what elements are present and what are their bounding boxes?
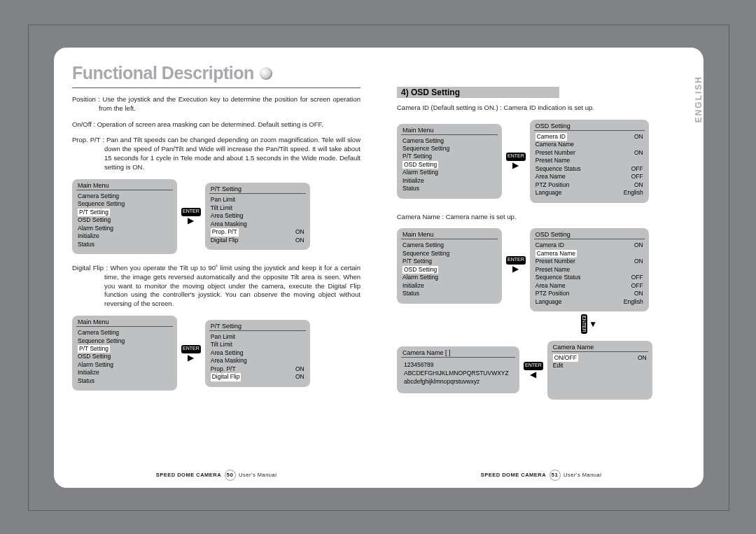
pt-setting-title: P/T Setting	[209, 185, 306, 194]
footer-left: SPEED DOME CAMERA 50 User's Manual	[54, 470, 379, 481]
arrow-connector-left: ENTER ◀	[524, 362, 543, 379]
list-item: Area Setting	[211, 349, 304, 357]
menu-pair-flip: Main Menu Camera Setting Sequence Settin…	[72, 316, 360, 391]
list-item: Initialize	[78, 369, 172, 377]
para-onoff: On/Off : Operation of screen area maskin…	[72, 120, 360, 129]
menu-pair-camname: Main Menu Camera Setting Sequence Settin…	[397, 228, 673, 333]
list-item: Area Setting	[211, 212, 304, 220]
list-item-selected: P/T Setting	[78, 345, 172, 353]
title-rule	[72, 87, 360, 88]
arrow-right-icon: ▶	[188, 353, 194, 362]
list-item-selected: P/T Setting	[78, 209, 172, 216]
list-item-selected: Digital FlipON	[211, 373, 304, 381]
camera-id-desc: Camera ID (Default setting is ON.) : Cam…	[397, 104, 673, 113]
menu-pair-edit: Camera Name [ ] 123456789 ABCDEFGHIJKLMN…	[397, 341, 673, 400]
page-right: 4) OSD Setting Camera ID (Default settin…	[379, 48, 704, 488]
main-menu-box-1: Main Menu Camera Setting Sequence Settin…	[72, 179, 177, 254]
list-item: Tilt Limit	[211, 204, 304, 212]
pt-setting-box-2: P/T Setting Pan Limit Tilt Limit Area Se…	[205, 320, 310, 387]
document-frame: Functional Description Position : Use th…	[28, 24, 729, 511]
enter-label: ENTER	[181, 345, 201, 353]
list-item: Camera Setting	[78, 192, 172, 200]
arrow-left-icon: ◀	[530, 370, 536, 379]
camera-name-menu: Camera Name ON/OFFON Edit	[547, 341, 652, 400]
arrow-connector: ENTER ▶	[181, 345, 201, 362]
char-row-lower: abcdefghijklmnopqrstuvwxyz	[404, 378, 512, 386]
page-left: Functional Description Position : Use th…	[54, 48, 379, 488]
list-item-selected: Prop. P/TON	[211, 228, 304, 236]
main-menu-box-2: Main Menu Camera Setting Sequence Settin…	[72, 316, 177, 391]
list-item: Initialize	[78, 232, 172, 240]
char-row-upper: ABCDEFGHIJKLMNOPQRSTUVWXYZ	[404, 370, 512, 378]
list-item: OSD Setting	[78, 353, 172, 360]
arrow-connector: ENTER ▶	[506, 153, 526, 169]
char-palette-box: Camera Name [ ] 123456789 ABCDEFGHIJKLMN…	[397, 346, 519, 393]
arrow-right-icon: ▶	[512, 265, 519, 273]
main-menu-box-r1: Main Menu Camera Setting Sequence Settin…	[397, 124, 502, 199]
osd-setting-box-2: OSD Setting Camera IDON Camera Name Pres…	[530, 228, 649, 311]
list-item: Sequence Setting	[78, 200, 172, 208]
main-menu-title: Main Menu	[76, 182, 173, 190]
arrow-right-icon: ▶	[512, 161, 519, 169]
osd-setting-box-1: OSD Setting Camera IDON Camera Name Pres…	[530, 120, 649, 203]
section-header-osd: 4) OSD Setting	[397, 87, 559, 98]
arrow-connector: ENTER ▶	[181, 208, 201, 225]
page-number: 51	[550, 470, 561, 481]
para-digital-flip: Digital Flip : When you operate the Tilt…	[72, 264, 360, 309]
main-menu-box-r2: Main Menu Camera Setting Sequence Settin…	[397, 228, 502, 303]
list-item: Status	[78, 377, 172, 385]
list-item: Status	[78, 241, 172, 248]
page-spread: Functional Description Position : Use th…	[54, 48, 704, 488]
list-item: Tilt Limit	[211, 341, 304, 349]
arrow-down-connector: ENTER ▼	[581, 314, 597, 334]
char-row-digits: 123456789	[404, 361, 512, 370]
page-title: Functional Description	[72, 63, 254, 83]
arrow-connector: ENTER ▶	[506, 256, 526, 273]
list-item: Prop. P/TON	[211, 365, 304, 373]
list-item: Alarm Setting	[78, 225, 172, 232]
title-ornament-dot	[260, 67, 272, 80]
menu-pair-camid: Main Menu Camera Setting Sequence Settin…	[397, 120, 673, 203]
arrow-right-icon: ▶	[188, 216, 194, 225]
list-item: Area Masking	[211, 357, 304, 365]
para-position: Position : Use the joystick and the Exec…	[72, 95, 360, 113]
list-item: Camera Setting	[78, 329, 172, 337]
list-item: Pan Limit	[211, 196, 304, 204]
footer-right: SPEED DOME CAMERA 51 User's Manual	[379, 470, 704, 481]
menu-pair-prop: Main Menu Camera Setting Sequence Settin…	[72, 179, 360, 254]
list-item: OSD Setting	[78, 216, 172, 224]
list-item: Sequence Setting	[78, 337, 172, 345]
arrow-down-icon: ▼	[589, 320, 597, 328]
list-item: Area Masking	[211, 220, 304, 228]
list-item: Pan Limit	[211, 333, 304, 341]
para-prop-pt: Prop. P/T : Pan and Tilt speeds can be c…	[72, 136, 360, 171]
list-item: Digital FlipON	[211, 237, 304, 244]
list-item: Alarm Setting	[78, 361, 172, 369]
page-number: 50	[225, 470, 236, 481]
pt-setting-box-1: P/T Setting Pan Limit Tilt Limit Area Se…	[205, 183, 310, 250]
language-tab: ENGLISH	[694, 76, 704, 122]
camera-name-desc: Camera Name : Camera name is set up.	[397, 213, 673, 222]
